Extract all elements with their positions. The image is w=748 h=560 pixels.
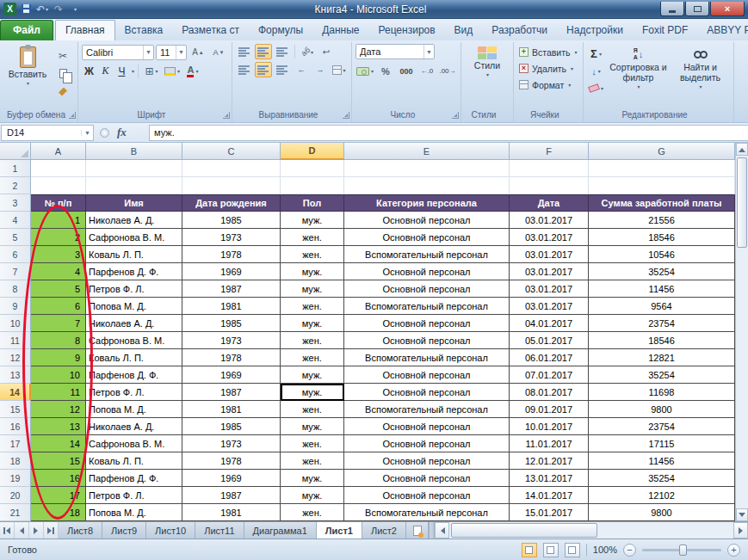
cell-C16[interactable]: 1985 [182,418,281,435]
cell-D19[interactable]: муж. [281,470,344,487]
cell-F12[interactable]: 06.01.2017 [510,349,589,366]
row-header-14[interactable]: 14 [0,384,31,401]
cell-C18[interactable]: 1978 [182,452,281,470]
row-header-4[interactable]: 4 [0,212,31,229]
cell-A10[interactable]: 7 [31,315,86,332]
cell-C13[interactable]: 1969 [182,366,281,384]
cell-G17[interactable]: 17115 [589,435,735,452]
row-header-18[interactable]: 18 [0,452,31,470]
cell-E4[interactable]: Основной персонал [344,212,510,229]
cell-B7[interactable]: Парфенов Д. Ф. [86,263,182,280]
cell-C7[interactable]: 1969 [182,263,281,280]
row-header-12[interactable]: 12 [0,349,31,366]
cell-G8[interactable]: 11456 [589,280,735,298]
zoom-slider[interactable] [642,549,721,551]
cell-E3[interactable]: Категория персонала [344,194,510,212]
name-box[interactable]: D14 ▼ [1,125,94,141]
grow-font-button[interactable]: А▲ [189,44,207,60]
cell-styles-button[interactable]: Стили ▾ [465,44,510,77]
column-header-G[interactable]: G [589,143,735,160]
align-left-button[interactable] [236,62,253,77]
column-header-E[interactable]: E [344,143,510,160]
cell-F8[interactable]: 03.01.2017 [510,280,589,298]
cell-E11[interactable]: Основной персонал [344,332,510,349]
row-header-5[interactable]: 5 [0,229,31,246]
tab-Данные[interactable]: Данные [312,21,368,40]
sheet-tab-Лист2[interactable]: Лист2 [362,522,406,538]
cell-G5[interactable]: 18546 [589,229,735,246]
cell-C10[interactable]: 1985 [182,315,281,332]
cell-A14[interactable]: 11 [31,384,86,401]
cell-B11[interactable]: Сафронова В. М. [86,332,182,349]
cell-G18[interactable]: 11456 [589,452,735,470]
row-header-11[interactable]: 11 [0,332,31,349]
cell-F21[interactable]: 15.01.2017 [510,504,589,521]
insert-cells-button[interactable]: + Вставить ▾ [517,44,579,60]
cell-G16[interactable]: 23754 [589,418,735,435]
row-header-10[interactable]: 10 [0,315,31,332]
cell-F14[interactable]: 08.01.2017 [510,384,589,401]
cell-F17[interactable]: 11.01.2017 [510,435,589,452]
cell-F13[interactable]: 07.01.2017 [510,366,589,384]
cell-G1[interactable] [589,160,735,177]
cell-B6[interactable]: Коваль Л. П. [86,246,182,263]
cell-G11[interactable]: 18546 [589,332,735,349]
row-header-2[interactable]: 2 [0,177,31,194]
last-sheet-button[interactable] [44,522,59,538]
cell-A1[interactable] [31,160,86,177]
zoom-level[interactable]: 100% [593,545,617,555]
cell-E15[interactable]: Вспомогательный персонал [344,401,510,418]
cell-A21[interactable]: 18 [31,504,86,521]
cell-B18[interactable]: Коваль Л. П. [86,452,182,470]
cell-F2[interactable] [510,177,589,194]
cell-E19[interactable]: Основной персонал [344,470,510,487]
row-header-15[interactable]: 15 [0,401,31,418]
cell-D9[interactable]: жен. [281,298,344,315]
cell-F16[interactable]: 10.01.2017 [510,418,589,435]
maximize-button[interactable] [685,2,709,16]
scroll-left-button[interactable] [435,522,449,538]
undo-button[interactable]: ↶▾ [35,3,49,16]
delete-cells-button[interactable]: × Удалить ▾ [517,60,575,77]
cell-G4[interactable]: 21556 [589,212,735,229]
cell-A16[interactable]: 13 [31,418,86,435]
cell-D2[interactable] [281,177,344,194]
cell-F18[interactable]: 12.01.2017 [510,452,589,470]
column-header-F[interactable]: F [510,143,589,160]
cell-G9[interactable]: 9564 [589,298,735,315]
cell-F20[interactable]: 14.01.2017 [510,487,589,504]
normal-view-button[interactable] [522,543,537,557]
cell-A4[interactable]: 1 [31,212,86,229]
cell-G13[interactable]: 35254 [589,366,735,384]
cell-G2[interactable] [589,177,735,194]
cell-F9[interactable]: 03.01.2017 [510,298,589,315]
copy-button[interactable] [53,65,72,82]
cell-C5[interactable]: 1973 [182,229,281,246]
cell-E14[interactable]: Основной персонал [344,384,510,401]
cell-C6[interactable]: 1978 [182,246,281,263]
cell-G21[interactable]: 9800 [589,504,735,521]
cell-B17[interactable]: Сафронова В. М. [86,435,182,452]
cell-B9[interactable]: Попова М. Д. [86,298,182,315]
tab-Разметка ст[interactable]: Разметка ст [172,21,249,40]
tab-Разработчи[interactable]: Разработчи [482,21,557,40]
cell-F7[interactable]: 03.01.2017 [510,263,589,280]
font-color-button[interactable]: А▾ [183,63,202,79]
cell-E16[interactable]: Основной персонал [344,418,510,435]
cell-A13[interactable]: 10 [31,366,86,384]
merge-center-button[interactable]: ▾ [331,62,348,77]
cell-E1[interactable] [344,160,510,177]
zoom-out-button[interactable]: − [623,544,636,557]
cell-E2[interactable] [344,177,510,194]
underline-button[interactable]: Ч [114,64,129,79]
cell-E6[interactable]: Вспомогательный персонал [344,246,510,263]
cell-B12[interactable]: Коваль Л. П. [86,349,182,366]
cell-B21[interactable]: Попова М. Д. [86,504,182,521]
cell-C9[interactable]: 1981 [182,298,281,315]
cell-B1[interactable] [86,160,182,177]
row-header-1[interactable]: 1 [0,160,31,177]
cell-G7[interactable]: 35254 [589,263,735,280]
row-header-13[interactable]: 13 [0,366,31,384]
scroll-up-button[interactable] [736,143,748,156]
tab-Надстройки[interactable]: Надстройки [557,21,633,40]
